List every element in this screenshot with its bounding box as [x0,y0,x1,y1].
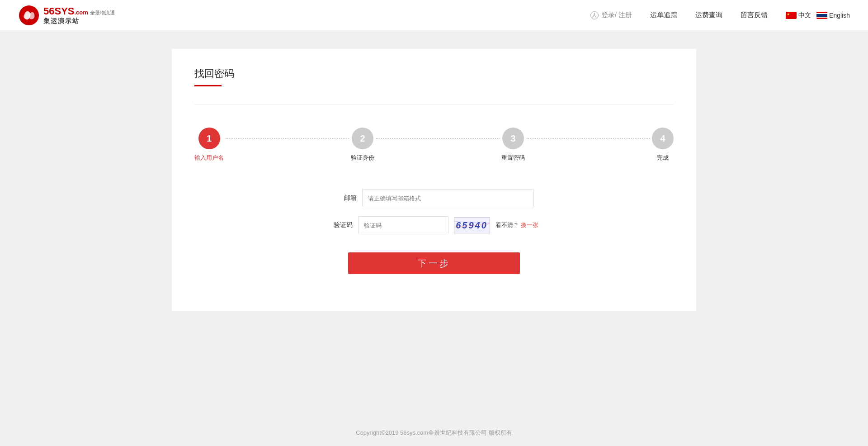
site-name: 集运演示站 [43,17,115,25]
logo[interactable]: 56SYS .com 全景物流通 集运演示站 [18,5,115,26]
step-3: 3 重置密码 [501,128,525,162]
step-connector-3 [527,138,650,139]
email-label: 邮箱 [334,194,357,202]
captcha-input[interactable] [358,216,448,234]
steps-indicator: 1 输入用户名 2 验证身份 3 重置密码 [194,128,674,162]
captcha-row: 验证码 65940 看不清？ 换一张 [330,216,538,234]
footer: Copyright©2019 56sys.com全景世纪科技有限公司 版权所有 [0,420,868,446]
main-content: 找回密码 1 输入用户名 2 验证身份 [0,31,868,420]
logo-com: .com [75,9,88,16]
step-1-circle: 1 [198,128,220,149]
divider [194,104,674,105]
lang-chinese[interactable]: 中文 [786,11,811,19]
step-4-circle: 4 [652,128,674,149]
step-4: 4 完成 [652,128,674,162]
step-3-label: 重置密码 [501,154,525,162]
lang-english[interactable]: English [816,12,850,19]
step-2: 2 验证身份 [351,128,374,162]
captcha-label: 验证码 [330,221,353,229]
captcha-actions: 看不清？ 换一张 [495,221,538,229]
step-1: 1 输入用户名 [194,128,224,162]
logo-brand: 56SYS [43,5,75,17]
title-underline [194,85,222,86]
step-2-circle: 2 [352,128,373,149]
flag-china-icon [786,12,797,19]
nav-freight[interactable]: 运费查询 [695,11,722,19]
captcha-refresh-link[interactable]: 换一张 [521,221,538,229]
step-3-circle: 3 [502,128,524,149]
step-connector-2 [376,138,500,139]
step-4-label: 完成 [657,154,669,162]
card: 找回密码 1 输入用户名 2 验证身份 [172,49,696,311]
step-2-label: 验证身份 [351,154,374,162]
language-selector: 中文 English [786,11,850,19]
copyright-text: Copyright©2019 56sys.com全景世纪科技有限公司 版权所有 [356,429,512,436]
recovery-form: 邮箱 验证码 65940 看不清？ 换一张 下一步 [194,189,674,274]
email-input[interactable] [362,189,534,207]
email-row: 邮箱 [334,189,534,207]
header: 56SYS .com 全景物流通 集运演示站 人 登录/ 注册 运单追踪 运费查… [0,0,868,31]
nav-feedback[interactable]: 留言反馈 [741,11,768,19]
next-button[interactable]: 下一步 [348,252,520,274]
flag-thailand-icon [816,12,827,19]
header-nav: 人 登录/ 注册 运单追踪 运费查询 留言反馈 中文 English [590,11,850,19]
page-title: 找回密码 [194,67,674,81]
nav-login[interactable]: 人 登录/ 注册 [590,11,632,19]
nav-tracking[interactable]: 运单追踪 [650,11,677,19]
step-1-label: 输入用户名 [194,154,224,162]
captcha-image[interactable]: 65940 [454,217,490,233]
user-icon: 人 [590,11,599,19]
logo-tagline: 全景物流通 [90,9,115,16]
step-connector-1 [226,138,349,139]
